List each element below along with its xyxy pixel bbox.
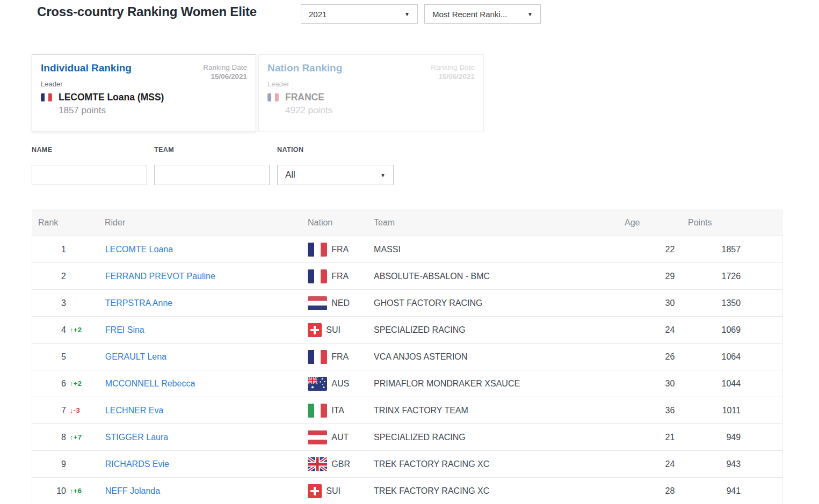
leader-points: 1857 points	[59, 105, 247, 116]
fra-flag-icon	[308, 350, 327, 364]
fra-flag-icon	[41, 93, 52, 101]
chevron-down-icon: ▼	[380, 172, 386, 178]
rank-value: 8	[32, 433, 66, 442]
nation-code: SUI	[326, 486, 340, 496]
team-name: SPECIALIZED RACING	[374, 433, 624, 442]
column-header-rank: Rank	[32, 218, 105, 228]
age-value: 28	[624, 486, 675, 496]
rider-link[interactable]: MCCONNELL Rebecca	[105, 379, 195, 388]
sui-flag-icon	[308, 484, 322, 498]
table-row: 6↑+2MCCONNELL Rebecca AUSPRIMAFLOR MONDR…	[32, 370, 783, 397]
fra-flag-icon	[308, 243, 327, 257]
ranking-date-label: Ranking Date	[203, 63, 247, 71]
table-row: 8↑+7STIGGER LauraAUTSPECIALIZED RACING21…	[32, 424, 783, 451]
nation-code: FRA	[331, 272, 349, 281]
ranking-date-label: Ranking Date	[431, 63, 475, 71]
age-value: 24	[624, 325, 675, 335]
season-select[interactable]: 2021 ▼	[301, 4, 418, 24]
age-value: 26	[624, 352, 675, 362]
rider-link[interactable]: FREI Sina	[105, 325, 144, 334]
points-value: 943	[675, 459, 741, 469]
fra-flag-icon	[308, 269, 327, 283]
age-value: 30	[624, 379, 675, 389]
individual-ranking-card[interactable]: Individual Ranking Ranking Date 15/06/20…	[32, 54, 256, 132]
team-filter-label: TEAM	[154, 146, 174, 154]
gbr-flag-icon	[308, 457, 327, 471]
table-row: 2FERRAND PREVOT PaulineFRAABSOLUTE-ABSAL…	[32, 263, 783, 290]
table-row: 1LECOMTE LoanaFRAMASSI221857	[32, 236, 783, 263]
nation-code: GBR	[331, 459, 350, 469]
rank-value: 5	[32, 352, 66, 362]
points-value: 1726	[675, 272, 741, 281]
ranking-type-select-value: Most Recent Ranki...	[432, 10, 507, 19]
team-name: MASSI	[374, 245, 624, 254]
ranking-type-select[interactable]: Most Recent Ranki... ▼	[424, 4, 541, 24]
points-value: 1350	[675, 298, 741, 308]
fra-flag-icon	[267, 93, 279, 101]
rider-link[interactable]: RICHARDS Evie	[105, 459, 169, 469]
ita-flag-icon	[308, 404, 327, 418]
team-filter-input[interactable]	[154, 165, 270, 185]
table-row: 10↑+6NEFF JolandaSUITREK FACTORY RACING …	[32, 478, 783, 504]
up-arrow-icon: ↑	[70, 326, 74, 334]
points-value: 1069	[675, 325, 741, 335]
season-select-value: 2021	[309, 10, 327, 19]
rank-value: 7	[32, 406, 66, 415]
column-header-age: Age	[625, 218, 675, 228]
name-filter-label: NAME	[32, 146, 52, 154]
rank-value: 3	[32, 298, 66, 308]
nation-code: SUI	[326, 325, 340, 335]
team-name: ABSOLUTE-ABSALON - BMC	[374, 272, 624, 281]
column-header-rider: Rider	[105, 218, 308, 228]
leader-label: Leader	[267, 80, 475, 88]
rider-link[interactable]: NEFF Jolanda	[105, 486, 160, 495]
team-name: TREK FACTORY RACING XC	[374, 459, 624, 469]
points-value: 1064	[675, 352, 741, 362]
page-title: Cross-country Ranking Women Elite	[37, 2, 257, 21]
points-value: 1857	[675, 245, 741, 254]
leader-label: Leader	[41, 80, 247, 88]
rider-link[interactable]: LECHNER Eva	[105, 406, 163, 415]
table-body: 1LECOMTE LoanaFRAMASSI2218572FERRAND PRE…	[32, 236, 783, 504]
rank-up-indicator: ↑+7	[70, 433, 82, 441]
rider-link[interactable]: STIGGER Laura	[105, 433, 168, 442]
rider-link[interactable]: FERRAND PREVOT Pauline	[105, 272, 215, 281]
nation-code: ITA	[331, 406, 344, 415]
team-name: PRIMAFLOR MONDRAKER XSAUCE	[374, 379, 624, 389]
age-value: 22	[624, 245, 675, 254]
team-name: SPECIALIZED RACING	[374, 325, 624, 335]
nation-code: AUS	[331, 379, 349, 389]
rider-link[interactable]: LECOMTE Loana	[105, 245, 173, 254]
age-value: 21	[624, 433, 675, 442]
nation-ranking-card[interactable]: Nation Ranking Ranking Date 15/06/2021 L…	[258, 54, 484, 132]
table-header-row: Rank Rider Nation Team Age Points	[32, 209, 783, 236]
nation-code: AUT	[331, 433, 349, 442]
leader-name: LECOMTE Loana (MSS)	[59, 92, 164, 103]
sui-flag-icon	[308, 323, 322, 337]
aut-flag-icon	[308, 430, 327, 444]
rank-value: 6	[32, 379, 66, 389]
rider-link[interactable]: TERPSTRA Anne	[105, 298, 172, 308]
points-value: 941	[675, 486, 741, 496]
nation-filter-select[interactable]: All ▼	[277, 165, 394, 185]
table-row: 7↓-3LECHNER EvaITATRINX FACTORY TEAM3610…	[32, 397, 783, 424]
nation-filter-label: NATION	[277, 146, 303, 154]
team-name: GHOST FACTORY RACING	[374, 298, 624, 308]
name-filter-input[interactable]	[32, 165, 147, 185]
rank-up-indicator: ↑+2	[70, 326, 82, 334]
ranking-date: Ranking Date 15/06/2021	[203, 63, 247, 81]
age-value: 36	[624, 406, 675, 415]
up-arrow-icon: ↑	[70, 433, 74, 441]
rider-link[interactable]: GERAULT Lena	[105, 352, 166, 361]
team-name: VCA ANJOS ASTERION	[374, 352, 624, 362]
table-row: 3TERPSTRA AnneNEDGHOST FACTORY RACING301…	[32, 290, 783, 317]
ranking-date: Ranking Date 15/06/2021	[431, 63, 475, 81]
age-value: 29	[624, 272, 675, 281]
column-header-nation: Nation	[308, 218, 374, 228]
chevron-down-icon: ▼	[527, 11, 533, 17]
rank-down-indicator: ↓-3	[70, 406, 80, 414]
table-row: 4↑+2FREI SinaSUISPECIALIZED RACING241069	[32, 317, 783, 344]
points-value: 1044	[675, 379, 741, 389]
leader-name: FRANCE	[285, 92, 324, 103]
points-value: 1011	[675, 406, 741, 415]
